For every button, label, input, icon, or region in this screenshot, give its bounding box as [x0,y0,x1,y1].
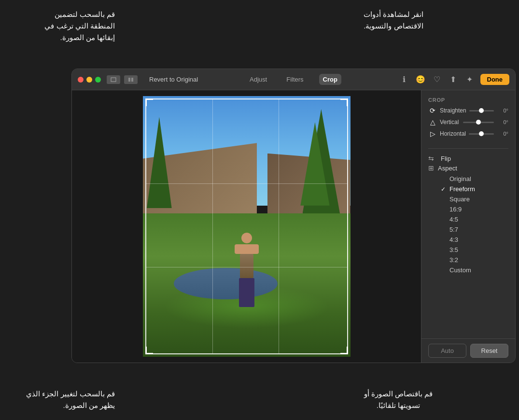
aspect-header[interactable]: ⊞ Aspect [428,164,508,172]
single-view-button[interactable] [107,75,120,84]
svg-rect-2 [131,78,133,82]
person-body [240,254,253,278]
person [232,233,261,310]
face-icon[interactable]: 😊 [415,74,426,85]
aspect-item-3-5[interactable]: 3:5 [441,245,508,255]
aspect-item-original[interactable]: Original [441,174,508,184]
horizontal-value: 0° [497,131,508,137]
revert-to-original-button[interactable]: Revert to Original [145,75,202,84]
aspect-item-4-5[interactable]: 4:5 [441,214,508,224]
check-16-9 [441,206,447,213]
flip-row[interactable]: ⇆ Flip [421,153,515,164]
tab-crop[interactable]: Crop [319,74,341,85]
aspect-item-4-3[interactable]: 4:3 [441,235,508,245]
straighten-thumb [479,108,484,113]
aspect-item-3-2[interactable]: 3:2 [441,255,508,265]
straighten-icon: ⟳ [428,107,437,114]
aspect-item-square[interactable]: Square [441,194,508,204]
panel-bottom: Auto Reset [421,338,515,363]
traffic-lights [78,77,101,83]
horizontal-label: Horizontal [440,130,466,137]
tab-adjust[interactable]: Adjust [246,74,271,85]
check-custom [441,267,447,274]
straighten-value: 0° [497,108,508,113]
image-area[interactable] [72,90,421,363]
toolbar-tabs: Adjust Filters Crop [246,74,341,85]
horizontal-slider[interactable] [469,133,494,135]
right-panel: CROP ⟳ Straighten 0° △ Vertical [421,90,515,363]
vertical-slider[interactable] [463,122,494,123]
check-3-2 [441,257,447,264]
toolbar-right: ℹ 😊 ♡ ⬆ ✦ Done [398,74,510,85]
divider-1 [428,148,508,149]
check-square [441,196,447,203]
maximize-button[interactable] [95,77,101,83]
photo-container [143,96,351,357]
app-window: Revert to Original Adjust Filters Crop ℹ… [71,69,516,363]
svg-rect-1 [128,78,130,82]
aspect-item-5-7[interactable]: 5:7 [441,224,508,235]
aspect-item-custom[interactable]: Custom [441,265,508,275]
info-icon[interactable]: ℹ [398,74,410,85]
straighten-label: Straighten [440,107,466,114]
sliders-section: ⟳ Straighten 0° △ Vertical 0° [421,107,515,146]
annotation-top-right: انقر لمشاهدة أدواتالاقتصاص والتسوية. [340,9,447,32]
split-view-button[interactable] [124,75,138,84]
vertical-label: Vertical [440,119,460,126]
person-legs [239,278,254,307]
auto-enhance-icon[interactable]: ✦ [464,74,476,85]
vertical-row: △ Vertical 0° [428,118,508,126]
aspect-item-freeform[interactable]: ✓ Freeform [441,184,508,194]
tab-filters[interactable]: Filters [282,74,307,85]
check-original [441,176,447,182]
check-5-7 [441,226,447,233]
photo [143,96,351,357]
aspect-title: Aspect [438,165,457,172]
heart-icon[interactable]: ♡ [431,74,443,85]
close-button[interactable] [78,77,84,83]
check-4-3 [441,237,447,243]
aspect-item-16-9[interactable]: 16:9 [441,204,508,214]
aspect-list: Original ✓ Freeform Square 16:9 [441,174,508,275]
vertical-icon: △ [428,118,437,126]
annotation-bottom-left: قم بالسحب لتغيير الجزء الذييظهر من الصور… [9,388,115,411]
auto-button[interactable]: Auto [428,344,466,358]
check-freeform: ✓ [441,186,447,193]
reset-button[interactable]: Reset [470,344,508,358]
content-area: CROP ⟳ Straighten 0° △ Vertical [72,90,515,363]
pond [174,268,278,299]
horizontal-thumb [479,131,484,136]
vertical-value: 0° [497,119,508,125]
aspect-section: ⊞ Aspect Original ✓ Freeform Square [421,164,515,275]
flip-icon: ⇆ [428,154,437,162]
vertical-thumb [476,120,481,125]
check-3-5 [441,247,447,253]
view-toggle [107,75,138,84]
aspect-icon: ⊞ [428,164,434,172]
straighten-slider[interactable] [469,110,494,112]
horizontal-icon: ▷ [428,130,437,138]
person-head [241,233,252,243]
share-icon[interactable]: ⬆ [448,74,459,85]
annotation-bottom-right: قم باقتصاص الصورة أوتسويتها تلقائيًا. [336,388,461,411]
panel-title: CROP [421,90,515,107]
title-bar: Revert to Original Adjust Filters Crop ℹ… [72,69,515,90]
straighten-row: ⟳ Straighten 0° [428,107,508,114]
person-arms [235,244,259,254]
horizontal-row: ▷ Horizontal 0° [428,130,508,138]
flip-label: Flip [441,155,451,162]
check-4-5 [441,216,447,223]
minimize-button[interactable] [86,77,92,83]
svg-rect-0 [111,78,116,82]
annotation-top-left: قم بالسحب لتضمينالمنطقة التي ترغب فيإبقا… [9,9,115,43]
done-button[interactable]: Done [480,74,510,85]
